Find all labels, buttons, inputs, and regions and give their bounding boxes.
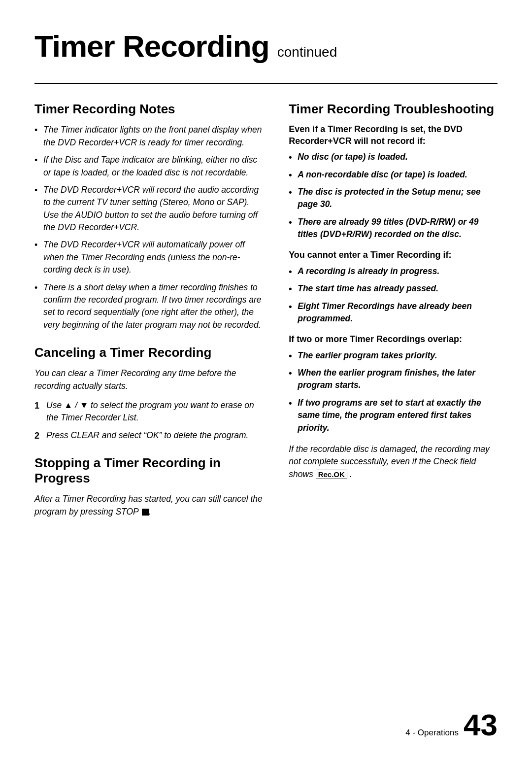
- cancel-section: Canceling a Timer Recording You can clea…: [34, 345, 264, 442]
- troubleshooting-heading: Timer Recording Troubleshooting: [289, 102, 498, 117]
- overlap-subheading: If two or more Timer Recordings overlap:: [289, 334, 498, 345]
- list-item: The start time has already passed.: [289, 282, 498, 295]
- list-item: A non-recordable disc (or tape) is loade…: [289, 169, 498, 181]
- notes-heading: Timer Recording Notes: [34, 102, 264, 117]
- list-item: 1 Use ▲ / ▼ to select the program you wa…: [34, 399, 264, 424]
- stopping-section: Stopping a Timer Recording in Progress A…: [34, 455, 264, 518]
- list-item: The earlier program takes priority.: [289, 349, 498, 362]
- stopping-heading: Stopping a Timer Recording in Progress: [34, 455, 264, 486]
- left-column: Timer Recording Notes The Timer indicato…: [34, 102, 264, 532]
- title-rule: [34, 83, 498, 84]
- list-item: The DVD Recorder+VCR will record the aud…: [34, 184, 264, 234]
- main-title: Timer Recording continued: [34, 30, 498, 63]
- list-item: If the Disc and Tape indicator are blink…: [34, 154, 264, 179]
- cancel-heading: Canceling a Timer Recording: [34, 345, 264, 360]
- list-item: The Timer indicator lights on the front …: [34, 124, 264, 149]
- footer: 4 - Operations 43: [405, 710, 498, 740]
- will-not-record-subheading: Even if a Timer Recording is set, the DV…: [289, 124, 498, 147]
- list-item: Eight Timer Recordings have already been…: [289, 300, 498, 325]
- notes-bullet-list: The Timer indicator lights on the front …: [34, 124, 264, 331]
- cancel-intro: You can clear a Timer Recording any time…: [34, 367, 264, 392]
- list-item: When the earlier program finishes, the l…: [289, 367, 498, 392]
- cannot-enter-subheading: You cannot enter a Timer Recording if:: [289, 249, 498, 261]
- title-text: Timer Recording: [34, 29, 269, 63]
- footer-page-number: 43: [464, 710, 498, 740]
- continued-label: continued: [277, 44, 337, 60]
- list-item: If two programs are set to start at exac…: [289, 397, 498, 434]
- cancel-steps-list: 1 Use ▲ / ▼ to select the program you wa…: [34, 399, 264, 442]
- list-item: There is a short delay when a timer reco…: [34, 281, 264, 332]
- will-not-record-list: No disc (or tape) is loaded. A non-recor…: [289, 151, 498, 241]
- notes-section: Timer Recording Notes The Timer indicato…: [34, 102, 264, 331]
- columns-container: Timer Recording Notes The Timer indicato…: [34, 102, 498, 532]
- troubleshooting-section: Timer Recording Troubleshooting Even if …: [289, 102, 498, 481]
- footer-label: 4 - Operations: [405, 728, 459, 738]
- rec-ok-label: Rec.OK: [316, 470, 347, 479]
- right-column: Timer Recording Troubleshooting Even if …: [289, 102, 498, 532]
- stopping-intro: After a Timer Recording has started, you…: [34, 493, 264, 518]
- page: Timer Recording continued Timer Recordin…: [0, 0, 532, 760]
- list-item: The DVD Recorder+VCR will auto­matically…: [34, 239, 264, 276]
- stop-symbol: [142, 509, 149, 516]
- list-item: A recording is already in progress.: [289, 265, 498, 277]
- damaged-disc-para: If the recordable disc is damaged, the r…: [289, 443, 498, 481]
- list-item: The disc is protected in the Setup menu;…: [289, 186, 498, 211]
- list-item: There are already 99 titles (DVD-R/RW) o…: [289, 216, 498, 241]
- cannot-enter-list: A recording is already in progress. The …: [289, 265, 498, 325]
- overlap-list: The earlier program takes priority. When…: [289, 349, 498, 434]
- list-item: No disc (or tape) is loaded.: [289, 151, 498, 163]
- list-item: 2 Press CLEAR and select “OK” to delete …: [34, 429, 264, 442]
